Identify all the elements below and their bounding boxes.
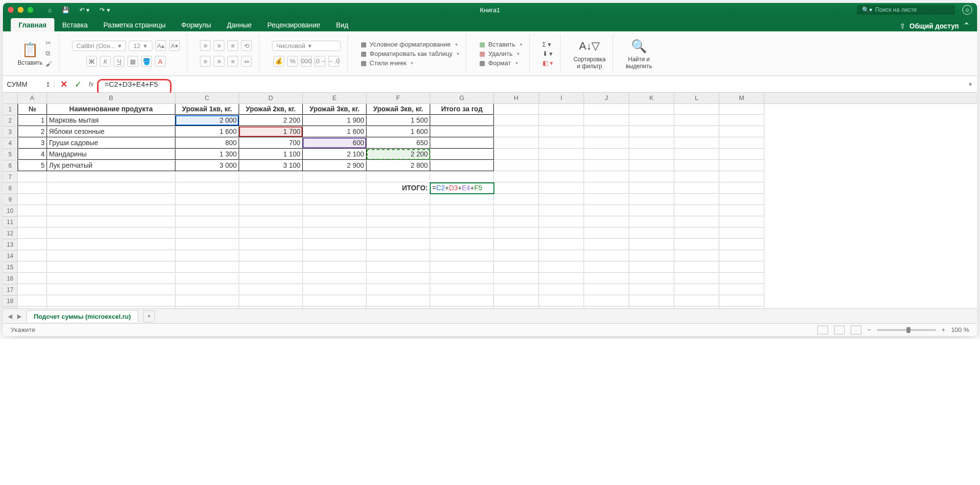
cell[interactable]: 1 300 (175, 149, 239, 160)
cell[interactable]: Урожай 3кв, кг. (367, 104, 430, 115)
cell[interactable] (719, 307, 764, 308)
cell[interactable] (239, 194, 303, 205)
cell[interactable] (239, 296, 303, 306)
cell[interactable] (539, 205, 584, 216)
align-center-icon[interactable]: ≡ (214, 56, 224, 67)
cell[interactable] (719, 183, 764, 194)
cell[interactable] (18, 194, 47, 205)
cell[interactable]: 800 (175, 138, 239, 149)
cell[interactable] (175, 172, 239, 182)
row-header[interactable]: 1 (3, 104, 18, 115)
row-header[interactable]: 9 (3, 194, 18, 205)
cell[interactable] (674, 104, 719, 115)
cell[interactable] (584, 228, 629, 239)
cell[interactable] (629, 104, 674, 115)
cell[interactable] (719, 262, 764, 273)
maximize-window[interactable] (27, 7, 33, 13)
cut-icon[interactable]: ✂ (46, 39, 52, 47)
cell[interactable] (584, 160, 629, 171)
cell[interactable] (367, 205, 430, 216)
align-top-icon[interactable]: ≡ (200, 40, 211, 51)
cell[interactable] (629, 149, 674, 160)
cell[interactable] (539, 127, 584, 137)
cell[interactable]: Итого за год (430, 104, 494, 115)
cell[interactable]: 2 100 (303, 149, 367, 160)
cell[interactable]: № (18, 104, 47, 115)
row-header[interactable]: 2 (3, 115, 18, 127)
cell[interactable]: Лук репчатый (47, 160, 175, 171)
cell[interactable] (719, 251, 764, 261)
cell[interactable] (584, 273, 629, 284)
borders-button[interactable]: ▦ (127, 56, 138, 67)
insert-cells[interactable]: ▦Вставить (479, 41, 522, 48)
fill-color-button[interactable]: 🪣 (141, 56, 152, 67)
tab-review[interactable]: Рецензирование (260, 18, 328, 31)
cell[interactable] (47, 307, 175, 308)
cell-d3-ref[interactable]: 1 700 (239, 127, 303, 137)
cell[interactable] (494, 138, 539, 149)
col-header[interactable]: E (303, 93, 367, 103)
format-painter-icon[interactable]: 🖌 (46, 60, 52, 68)
cell[interactable] (175, 262, 239, 273)
cell[interactable] (494, 205, 539, 216)
cell[interactable] (539, 228, 584, 239)
cell[interactable] (539, 183, 584, 194)
cell[interactable] (494, 160, 539, 171)
cell[interactable] (494, 149, 539, 160)
cell[interactable] (539, 239, 584, 250)
prev-sheet-icon[interactable]: ◀ (8, 313, 12, 320)
tab-view[interactable]: Вид (328, 18, 356, 31)
cell[interactable] (629, 251, 674, 261)
cell[interactable] (494, 194, 539, 205)
cell[interactable] (367, 239, 430, 250)
cell[interactable] (584, 307, 629, 308)
cell[interactable] (430, 149, 494, 160)
cell[interactable]: 4 (18, 149, 47, 160)
col-header[interactable]: G (430, 93, 494, 103)
cell[interactable] (239, 307, 303, 308)
cell[interactable] (18, 205, 47, 216)
row-header[interactable]: 15 (3, 262, 18, 273)
close-window[interactable] (8, 7, 14, 13)
align-right-icon[interactable]: ≡ (227, 56, 238, 67)
tab-home[interactable]: Главная (11, 18, 54, 31)
cell[interactable] (430, 127, 494, 137)
cell[interactable] (674, 307, 719, 308)
tab-formulas[interactable]: Формулы (173, 18, 219, 31)
align-bottom-icon[interactable]: ≡ (227, 40, 238, 51)
cell[interactable] (494, 172, 539, 182)
formula-input[interactable]: =C2+D3+E4+F5 (99, 80, 964, 88)
cell[interactable] (239, 262, 303, 273)
col-header[interactable]: F (367, 93, 430, 103)
cell[interactable] (719, 160, 764, 171)
cell-f5-ref[interactable]: 2 200 (367, 149, 430, 160)
cell[interactable] (367, 251, 430, 261)
cell[interactable] (629, 239, 674, 250)
cell[interactable] (18, 172, 47, 182)
cell[interactable] (719, 284, 764, 295)
cell[interactable] (303, 228, 367, 239)
cell[interactable] (674, 205, 719, 216)
cell[interactable] (18, 284, 47, 295)
row-header[interactable]: 17 (3, 284, 18, 296)
row-header[interactable]: 12 (3, 228, 18, 239)
cell[interactable] (430, 262, 494, 273)
minimize-window[interactable] (18, 7, 24, 13)
select-all-corner[interactable] (3, 93, 18, 103)
zoom-in-icon[interactable]: + (942, 326, 946, 333)
cell[interactable]: 2 (18, 127, 47, 137)
cell[interactable] (47, 239, 175, 250)
cell[interactable] (719, 104, 764, 115)
cell[interactable] (494, 183, 539, 194)
cell[interactable] (539, 262, 584, 273)
cell[interactable] (303, 183, 367, 194)
cell[interactable] (47, 296, 175, 306)
save-icon[interactable]: 💾 (62, 6, 70, 14)
merge-cells-icon[interactable]: ⇔ (241, 56, 252, 67)
cell[interactable] (584, 115, 629, 126)
cell[interactable] (674, 262, 719, 273)
normal-view-icon[interactable] (817, 326, 828, 334)
col-header[interactable]: J (584, 93, 629, 103)
cell[interactable] (303, 217, 367, 228)
expand-formula-bar[interactable]: ▾ (964, 80, 977, 88)
